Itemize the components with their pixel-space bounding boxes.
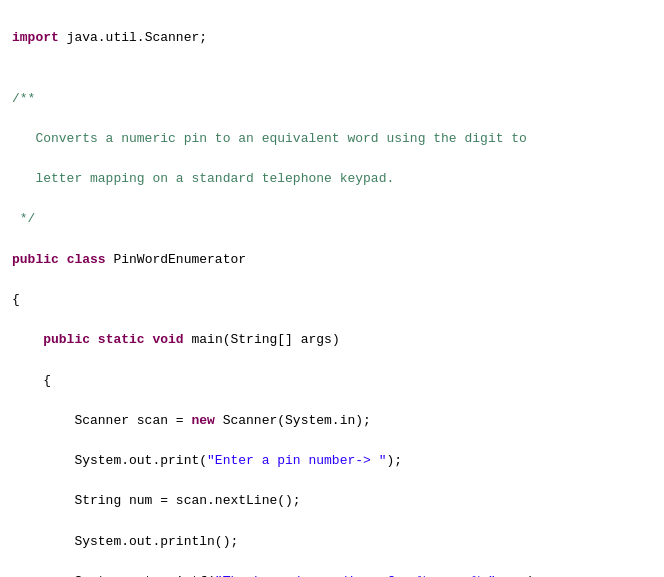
code-line-12: System.out.print("Enter a pin number-> "… [12,451,652,471]
code-line-3: /** [12,89,652,109]
code-line-6: */ [12,209,652,229]
code-line-5: letter mapping on a standard telephone k… [12,169,652,189]
code-line-11: Scanner scan = new Scanner(System.in); [12,411,652,431]
code-line-7: public class PinWordEnumerator [12,250,652,270]
code-line-1: import java.util.Scanner; [12,28,652,48]
code-line-10: { [12,371,652,391]
code-line-15: System.out.printf("The keypad encodings … [12,572,652,577]
code-line-14: System.out.println(); [12,532,652,552]
code-line-9: public static void main(String[] args) [12,330,652,350]
code-line-13: String num = scan.nextLine(); [12,491,652,511]
code-editor: import java.util.Scanner; /** Converts a… [0,0,664,577]
code-line-8: { [12,290,652,310]
code-line-4: Converts a numeric pin to an equivalent … [12,129,652,149]
